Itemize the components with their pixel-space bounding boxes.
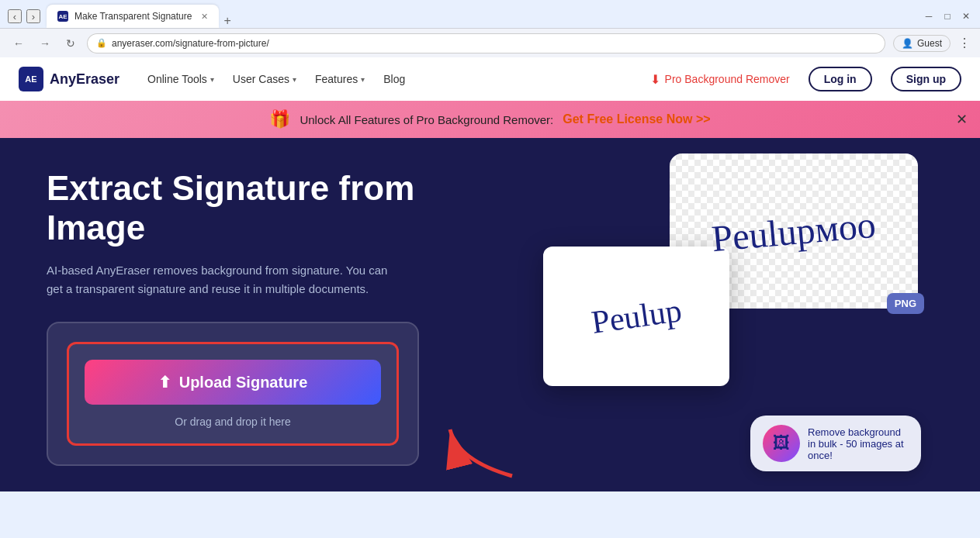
upload-area: ⬆ Upload Signature Or drag and drop it h… [47, 322, 419, 466]
active-tab[interactable]: AE Make Transparent Signature ✕ [47, 5, 219, 28]
upload-signature-btn[interactable]: ⬆ Upload Signature [85, 360, 381, 405]
banner-close-btn[interactable]: ✕ [956, 111, 968, 128]
hero-left: Extract Signature from Image AI-based An… [47, 169, 466, 466]
url-box[interactable]: 🔒 anyeraser.com/signature-from-picture/ [87, 33, 885, 53]
upload-btn-label: Upload Signature [179, 374, 308, 391]
nav-pro-btn[interactable]: ⬇ Pro Background Remover [650, 72, 790, 87]
signature-text-original: Рeulup [589, 291, 684, 341]
logo[interactable]: AE AnyEraser [19, 67, 119, 91]
pro-label: Pro Background Remover [665, 73, 790, 85]
website: AE AnyEraser Online Tools ▾ User Cases ▾… [0, 57, 980, 491]
tab-close-btn[interactable]: ✕ [201, 12, 208, 22]
browser-chrome: ‹ › AE Make Transparent Signature ✕ + ─ … [0, 0, 980, 57]
forward-btn[interactable]: → [36, 35, 54, 52]
maximize-btn[interactable]: □ [941, 10, 954, 22]
bulk-popup[interactable]: 🖼 Remove background in bulk - 50 images … [750, 416, 921, 471]
download-icon: ⬇ [650, 72, 660, 87]
features-arrow: ▾ [361, 75, 365, 84]
nav-features[interactable]: Features ▾ [315, 73, 365, 85]
png-badge: PNG [887, 293, 924, 314]
profile-btn[interactable]: 👤 Guest [893, 35, 951, 52]
nav-blog[interactable]: Blog [383, 73, 405, 85]
tab-list: AE Make Transparent Signature ✕ + [47, 5, 231, 28]
profile-icon: 👤 [902, 38, 913, 49]
url-text: anyeraser.com/signature-from-picture/ [112, 38, 269, 49]
hero-title: Extract Signature from Image [47, 169, 466, 247]
nav-user-cases[interactable]: User Cases ▾ [233, 73, 296, 85]
tab-title: Make Transparent Signature [74, 11, 192, 22]
user-cases-label: User Cases [233, 73, 289, 85]
close-btn[interactable]: ✕ [960, 10, 972, 22]
tab-controls: ‹ › [8, 9, 40, 23]
user-cases-arrow: ▾ [293, 75, 296, 84]
logo-icon: AE [19, 67, 43, 91]
back-btn[interactable]: ← [9, 35, 28, 52]
banner-text: Unlock All Features of Pro Background Re… [300, 113, 553, 126]
hero-section: Extract Signature from Image AI-based An… [0, 138, 980, 491]
tab-back-btn[interactable]: ‹ [8, 9, 22, 23]
title-bar: ‹ › AE Make Transparent Signature ✕ + ─ … [0, 0, 980, 28]
signup-btn[interactable]: Sign up [891, 67, 961, 91]
refresh-btn[interactable]: ↻ [62, 35, 79, 52]
login-btn[interactable]: Log in [809, 67, 872, 91]
online-tools-arrow: ▾ [210, 75, 214, 84]
minimize-btn[interactable]: ─ [923, 10, 935, 22]
url-secure-icon: 🔒 [96, 38, 107, 48]
bulk-icon: 🖼 [763, 425, 800, 462]
navbar: AE AnyEraser Online Tools ▾ User Cases ▾… [0, 57, 980, 101]
nav-online-tools[interactable]: Online Tools ▾ [147, 73, 214, 85]
online-tools-label: Online Tools [147, 73, 207, 85]
new-tab-btn[interactable]: + [223, 14, 230, 28]
drag-drop-text: Or drag and drop it here [85, 416, 381, 428]
address-bar: ← → ↻ 🔒 anyeraser.com/signature-from-pic… [0, 28, 980, 57]
more-options-btn[interactable]: ⋮ [958, 36, 971, 50]
features-label: Features [315, 73, 358, 85]
hero-subtitle: AI-based AnyEraser removes background fr… [47, 261, 403, 298]
promo-banner: 🎁 Unlock All Features of Pro Background … [0, 101, 980, 138]
upload-box[interactable]: ⬆ Upload Signature Or drag and drop it h… [67, 342, 399, 446]
banner-link[interactable]: Get Free License Now >> [563, 112, 710, 126]
hero-right: Рeulupмoo PNG Рeulup 🖼 Remove background… [497, 153, 933, 479]
profile-label: Guest [917, 38, 942, 49]
tab-forward-btn[interactable]: › [26, 9, 40, 23]
signature-original-card: Рeulup [543, 247, 729, 386]
tab-favicon: AE [57, 11, 68, 22]
gift-icon: 🎁 [269, 109, 290, 129]
logo-text: AnyEraser [50, 71, 119, 88]
upload-icon: ⬆ [158, 373, 171, 391]
window-controls: ─ □ ✕ [923, 10, 972, 22]
bulk-text: Remove background in bulk - 50 images at… [808, 426, 909, 461]
